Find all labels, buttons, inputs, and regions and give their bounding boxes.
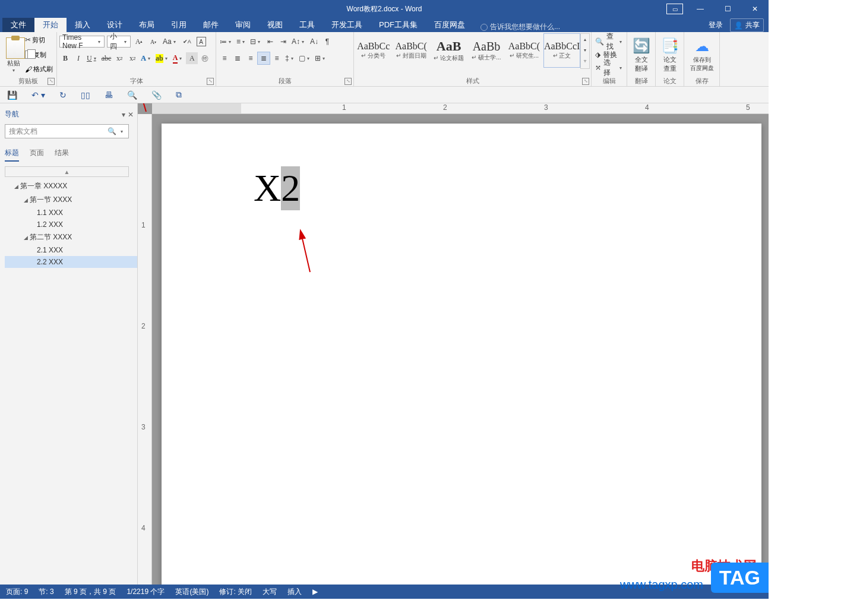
tab-baidu[interactable]: 百度网盘 bbox=[426, 18, 473, 32]
decrease-indent-button[interactable]: ⇤ bbox=[264, 36, 276, 48]
nav-close-button[interactable]: ✕ bbox=[128, 110, 134, 119]
status-track[interactable]: 修订: 关闭 bbox=[219, 587, 252, 597]
tree-item[interactable]: ◢第一节 XXXX bbox=[5, 193, 137, 207]
tab-developer[interactable]: 开发工具 bbox=[323, 18, 371, 32]
status-page[interactable]: 页面: 9 bbox=[6, 587, 28, 597]
subscript-button[interactable]: x2 bbox=[113, 52, 125, 64]
bullets-button[interactable]: ≔▾ bbox=[219, 36, 234, 48]
nav-tab-pages[interactable]: 页面 bbox=[30, 146, 44, 162]
align-right-button[interactable]: ≡ bbox=[245, 52, 257, 64]
borders-button[interactable]: ⊞▾ bbox=[314, 52, 328, 64]
multilevel-button[interactable]: ⊟▾ bbox=[249, 36, 263, 48]
status-pageof[interactable]: 第 9 页，共 9 页 bbox=[65, 587, 116, 597]
vertical-ruler[interactable]: 1 2 3 4 bbox=[138, 114, 152, 585]
tell-me-search[interactable]: 告诉我您想要做什么... bbox=[481, 22, 560, 32]
style-item-2[interactable]: AaB↵ 论文标题 bbox=[431, 33, 467, 68]
nav-dropdown[interactable]: ▾ bbox=[122, 110, 125, 119]
qat-print-preview[interactable]: 🖶 bbox=[105, 90, 113, 100]
select-button[interactable]: ⤱选择▾ bbox=[594, 61, 624, 74]
horizontal-ruler[interactable]: 1 2 3 4 5 bbox=[152, 103, 769, 114]
enclose-char-button[interactable]: ㊕ bbox=[199, 52, 211, 64]
minimize-button[interactable]: — bbox=[687, 0, 714, 18]
format-painter-button[interactable]: 🖌格式刷 bbox=[25, 62, 54, 76]
find-button[interactable]: 🔍查找▾ bbox=[594, 35, 624, 48]
status-insert[interactable]: 插入 bbox=[287, 587, 302, 597]
tab-mailings[interactable]: 邮件 bbox=[195, 18, 227, 32]
numbering-button[interactable]: ≡▾ bbox=[235, 36, 248, 48]
shrink-font-button[interactable]: A▾ bbox=[147, 36, 159, 48]
underline-button[interactable]: U▾ bbox=[86, 52, 99, 64]
status-section[interactable]: 节: 3 bbox=[39, 587, 53, 597]
style-scroll-down[interactable]: ▾ bbox=[581, 45, 589, 55]
qat-undo[interactable]: ↶ ▾ bbox=[31, 90, 45, 100]
increase-indent-button[interactable]: ⇥ bbox=[277, 36, 289, 48]
translate-button[interactable]: 🔄 全文 翻译 bbox=[630, 33, 653, 76]
show-marks-button[interactable]: ¶ bbox=[321, 36, 333, 48]
save-baidu-button[interactable]: ☁ 保存到 百度网盘 bbox=[687, 33, 717, 76]
styles-launcher[interactable]: ⤡ bbox=[582, 78, 589, 85]
tree-item[interactable]: 1.2 XXX bbox=[5, 219, 137, 230]
style-item-5[interactable]: AaBbCcI↵ 正文 bbox=[543, 33, 580, 68]
nav-tab-results[interactable]: 结果 bbox=[55, 146, 69, 162]
tab-insert[interactable]: 插入 bbox=[67, 18, 99, 32]
align-center-button[interactable]: ≣ bbox=[232, 52, 244, 64]
copy-button[interactable]: 复制 bbox=[25, 48, 54, 62]
sort-button[interactable]: A↓ bbox=[308, 36, 320, 48]
document-scroll[interactable]: X2 bbox=[152, 114, 769, 585]
tree-item[interactable]: ◢第一章 XXXXX bbox=[5, 179, 137, 193]
char-border-button[interactable]: A bbox=[195, 36, 207, 48]
style-item-4[interactable]: AaBbC(↵ 研究生... bbox=[506, 33, 542, 68]
tab-references[interactable]: 引用 bbox=[163, 18, 195, 32]
para-launcher[interactable]: ⤡ bbox=[344, 78, 352, 85]
qat-window[interactable]: ⧉ bbox=[176, 90, 182, 100]
change-case-button[interactable]: Aa▾ bbox=[162, 36, 179, 48]
font-launcher[interactable]: ⤡ bbox=[207, 78, 214, 85]
qat-zoom[interactable]: 🔍 bbox=[127, 90, 137, 100]
tree-item[interactable]: 2.1 XXX bbox=[5, 244, 137, 256]
tab-view[interactable]: 视图 bbox=[259, 18, 291, 32]
italic-button[interactable]: I bbox=[72, 52, 84, 64]
status-caps[interactable]: 大写 bbox=[263, 587, 277, 597]
tree-item[interactable]: 2.2 XXX bbox=[5, 256, 137, 268]
asian-layout-button[interactable]: A↕▾ bbox=[290, 36, 307, 48]
tab-file[interactable]: 文件 bbox=[2, 18, 34, 32]
ribbon-display-icon[interactable]: ▭ bbox=[666, 4, 683, 14]
distribute-button[interactable]: ≡ bbox=[271, 52, 283, 64]
font-name-combo[interactable]: Times New F▾ bbox=[59, 36, 105, 48]
paste-button[interactable]: 粘贴 ▾ bbox=[2, 33, 25, 76]
tab-layout[interactable]: 布局 bbox=[131, 18, 163, 32]
phonetic-guide-button[interactable]: ✔A bbox=[181, 36, 193, 48]
qat-save[interactable]: 💾 bbox=[7, 90, 17, 100]
style-item-1[interactable]: AaBbC(↵ 封面日期 bbox=[393, 33, 429, 68]
tab-design[interactable]: 设计 bbox=[99, 18, 131, 32]
tab-review[interactable]: 审阅 bbox=[227, 18, 259, 32]
style-item-3[interactable]: AaBb↵ 硕士学... bbox=[468, 33, 504, 68]
highlight-button[interactable]: ab▾ bbox=[154, 52, 170, 64]
font-color-button[interactable]: A▾ bbox=[172, 52, 185, 64]
doc-text[interactable]: X bbox=[254, 166, 281, 210]
strikethrough-button[interactable]: abc bbox=[100, 52, 113, 64]
bold-button[interactable]: B bbox=[59, 52, 71, 64]
close-button[interactable]: ✕ bbox=[741, 0, 769, 18]
tab-tools[interactable]: 工具 bbox=[291, 18, 323, 32]
align-left-button[interactable]: ≡ bbox=[219, 52, 230, 64]
style-scroll-up[interactable]: ▴ bbox=[581, 34, 589, 45]
status-words[interactable]: 1/2219 个字 bbox=[127, 587, 165, 597]
nav-tab-headings[interactable]: 标题 bbox=[5, 146, 19, 162]
status-macro-icon[interactable]: ▶ bbox=[312, 587, 318, 596]
nav-jump-top[interactable]: ▲ bbox=[5, 166, 129, 177]
style-expand[interactable]: ▿ bbox=[581, 55, 589, 66]
status-language[interactable]: 英语(美国) bbox=[175, 587, 208, 597]
justify-button[interactable]: ≣ bbox=[258, 52, 270, 64]
superscript-button[interactable]: x2 bbox=[127, 52, 138, 64]
style-item-0[interactable]: AaBbCc↵ 分类号 bbox=[355, 33, 391, 68]
qat-redo[interactable]: ↻ bbox=[59, 90, 67, 100]
clipboard-launcher[interactable]: ⤡ bbox=[48, 78, 55, 85]
grow-font-button[interactable]: A▴ bbox=[133, 36, 145, 48]
tab-pdf[interactable]: PDF工具集 bbox=[371, 18, 426, 32]
check-button[interactable]: 📑 论文 查重 bbox=[658, 33, 681, 76]
maximize-button[interactable]: ☐ bbox=[714, 0, 741, 18]
font-size-combo[interactable]: 小四▾ bbox=[107, 36, 131, 48]
qat-pages[interactable]: ▯▯ bbox=[81, 90, 90, 100]
qat-attach[interactable]: 📎 bbox=[151, 90, 162, 100]
